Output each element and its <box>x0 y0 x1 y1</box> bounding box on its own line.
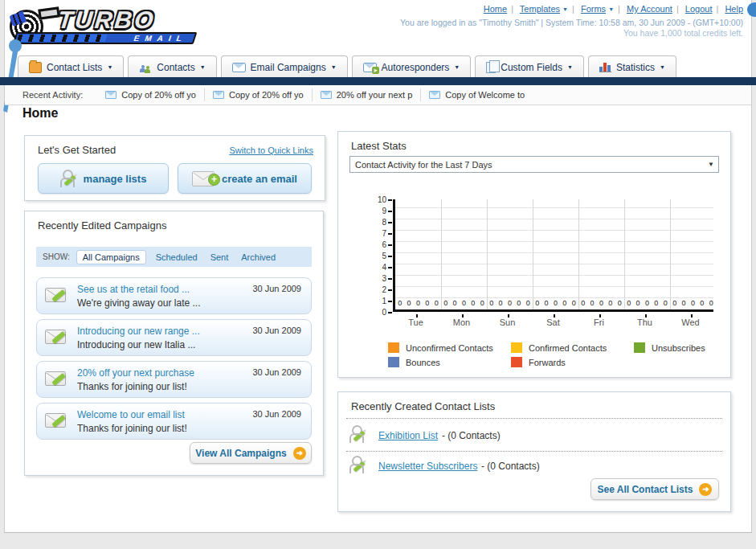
v-gridline <box>578 199 579 309</box>
legend-label: Bounces <box>406 358 440 367</box>
email-envelope-icon <box>232 63 246 72</box>
h-gridline <box>395 241 713 242</box>
chart-plot-area: 00000000000000000000000000000000000 <box>393 199 713 312</box>
h-gridline <box>395 275 713 276</box>
manage-lists-label: manage lists <box>84 173 147 185</box>
data-value-label: 0 <box>608 299 612 307</box>
contact-lists-panel: Recently Created Contact Lists Exhibitio… <box>337 391 731 512</box>
arrow-right-icon <box>699 483 712 496</box>
data-value-label: 0 <box>443 299 447 307</box>
data-value-label: 0 <box>554 299 558 307</box>
tab-statistics[interactable]: Statistics ▼ <box>588 55 676 78</box>
header-link-logout[interactable]: Logout <box>685 4 713 14</box>
tab-autoresponders[interactable]: ➤ Autoresponders ▼ <box>352 55 472 78</box>
chevron-down-icon: ▼ <box>660 64 665 70</box>
legend-swatch-bounces <box>388 357 399 367</box>
activity-item[interactable]: 20% off your next p <box>313 88 422 101</box>
filter-sent[interactable]: Sent <box>210 252 229 262</box>
campaign-date: 30 Jun 2009 <box>252 409 301 419</box>
see-all-contact-lists-button[interactable]: See All Contact Lists <box>590 478 719 500</box>
filter-archived[interactable]: Archived <box>241 252 276 262</box>
envelope-plus-icon: + <box>192 171 215 186</box>
v-gridline <box>441 199 442 309</box>
contact-lists-folder-icon <box>29 62 42 73</box>
envelope-icon <box>321 91 332 99</box>
manage-lists-button[interactable]: manage lists <box>38 163 169 194</box>
campaign-row[interactable]: 20% off your next purchase Thanks for jo… <box>36 361 312 398</box>
data-value-group: 00000 <box>395 298 441 308</box>
y-tick-label: 4 <box>382 263 386 272</box>
data-value-label: 0 <box>627 299 631 307</box>
activity-item[interactable]: Copy of 20% off yo <box>97 88 205 101</box>
logo-word: TURBO <box>56 6 157 34</box>
data-value-label: 0 <box>471 299 475 307</box>
header-link-help[interactable]: Help <box>725 4 743 14</box>
x-tick-label: Thu <box>622 314 668 327</box>
legend-swatch-unsubscribes <box>634 342 645 353</box>
switch-quick-links[interactable]: Switch to Quick Links <box>229 145 313 155</box>
get-started-panel: Let's Get Started Switch to Quick Links … <box>24 135 325 201</box>
tab-contact-lists[interactable]: Contact Lists ▼ <box>18 55 124 78</box>
view-all-campaigns-button[interactable]: View All Campaigns <box>190 442 312 464</box>
help-bubble-icon[interactable] <box>747 2 756 17</box>
tab-custom-fields[interactable]: Custom Fields ▼ <box>475 55 584 78</box>
envelope-pencil-icon <box>45 370 69 389</box>
contact-list-count: - (0 Contacts) <box>481 461 540 472</box>
campaign-link[interactable]: 20% off your next purchase <box>77 367 194 379</box>
data-value-label: 0 <box>545 299 549 307</box>
see-all-contact-lists-label: See All Contact Lists <box>598 484 693 495</box>
y-tick-mark <box>388 278 392 280</box>
data-value-label: 0 <box>416 299 420 307</box>
envelope-icon <box>429 91 440 99</box>
chevron-down-icon: ▼ <box>454 64 460 70</box>
envelope-icon <box>213 91 224 99</box>
tab-email-campaigns[interactable]: Email Campaigns ▼ <box>221 55 348 78</box>
header-link-home[interactable]: Home <box>484 4 507 14</box>
y-tick-label: 0 <box>382 308 386 317</box>
activity-item[interactable]: Copy of Welcome to <box>421 88 533 101</box>
contact-list-link[interactable]: Newsletter Subscribers <box>378 461 477 472</box>
campaign-link[interactable]: Introducing our new range ... <box>77 326 200 337</box>
create-email-button[interactable]: + create an email <box>178 163 312 194</box>
filter-scheduled[interactable]: Scheduled <box>156 252 198 262</box>
campaign-subject: Introducing our new Italia ... <box>77 339 195 350</box>
data-value-label: 0 <box>499 299 503 307</box>
data-value-label: 0 <box>425 299 429 307</box>
envelope-pencil-icon <box>45 286 69 305</box>
filter-all-campaigns[interactable]: All Campaigns <box>76 250 146 264</box>
data-value-label: 0 <box>691 299 695 307</box>
data-value-label: 0 <box>462 299 466 307</box>
data-value-group: 00000 <box>578 298 624 308</box>
y-tick-label: 2 <box>382 285 386 294</box>
header-link-templates[interactable]: Templates <box>520 4 560 14</box>
y-tick-mark <box>388 233 392 235</box>
envelope-pencil-icon <box>45 328 69 347</box>
turbo-email-dashboard: TURBO EMAIL Home| Templates ▼| Forms ▼| … <box>0 0 756 549</box>
campaign-link[interactable]: Welcome to our email list <box>77 409 185 420</box>
legend-item: Bounces <box>388 357 511 367</box>
legend-swatch-confirmed <box>511 342 522 353</box>
v-gridline <box>624 199 625 309</box>
tab-contacts[interactable]: Contacts ▼ <box>128 55 216 78</box>
y-tick-mark <box>388 244 392 246</box>
h-gridline <box>395 207 713 208</box>
activity-item[interactable]: Copy of 20% off yo <box>205 88 313 101</box>
header-link-my-account[interactable]: My Account <box>627 4 672 14</box>
campaign-link[interactable]: See us at the retail food ... <box>77 284 190 295</box>
x-tick-label: Fri <box>576 314 622 327</box>
contact-lists-title: Recently Created Contact Lists <box>351 400 495 412</box>
campaign-date: 30 Jun 2009 <box>252 284 301 293</box>
campaign-row[interactable]: Introducing our new range ... Introducin… <box>36 319 312 356</box>
data-value-label: 0 <box>599 299 603 307</box>
y-tick-label: 10 <box>378 195 386 204</box>
data-value-label: 0 <box>590 299 595 307</box>
stats-period-select[interactable]: Contact Activity for the Last 7 Days <box>349 156 719 173</box>
contact-list-link[interactable]: Exhibition List <box>378 430 438 441</box>
campaign-row[interactable]: Welcome to our email list Thanks for joi… <box>36 403 312 440</box>
header-link-forms[interactable]: Forms <box>581 4 606 14</box>
legend-item: Unsubscribes <box>634 342 756 353</box>
campaign-row[interactable]: See us at the retail food ... We're givi… <box>36 277 312 314</box>
y-tick-label: 5 <box>382 252 386 260</box>
data-value-label: 0 <box>664 299 668 307</box>
documents-icon <box>486 62 496 73</box>
